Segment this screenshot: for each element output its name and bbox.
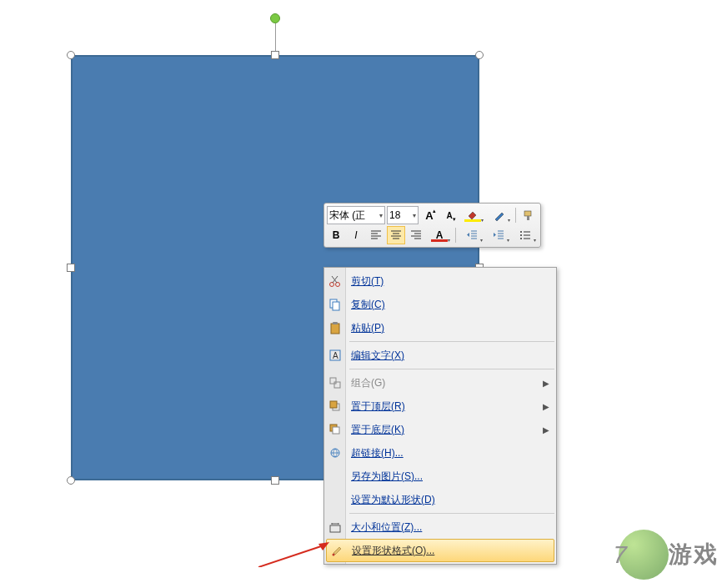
menu-item-label: 组合(G) xyxy=(351,376,385,390)
svg-rect-8 xyxy=(333,302,339,310)
context-menu: 剪切(T)复制(C)粘贴(P)A编辑文字(X)组合(G)▶置于顶层(R)▶置于底… xyxy=(323,267,557,565)
font-select[interactable]: 宋体 (正 ▾ xyxy=(327,206,385,224)
menu-item-cut[interactable]: 剪切(T) xyxy=(324,269,556,293)
bullets-button[interactable]: ▾ xyxy=(513,226,538,244)
edit-text-icon: A xyxy=(328,348,343,363)
menu-separator xyxy=(349,369,554,369)
menu-item-paste[interactable]: 粘贴(P) xyxy=(324,316,556,339)
menu-item-item-11[interactable]: 设置为默认形状(D) xyxy=(324,488,556,511)
watermark-number: 7 xyxy=(613,540,627,569)
size-icon xyxy=(328,520,343,535)
menu-separator xyxy=(349,513,554,514)
menu-item-label: 大小和位置(Z)... xyxy=(351,520,422,535)
chevron-down-icon: ▾ xyxy=(413,212,416,219)
align-right-button[interactable] xyxy=(407,226,425,244)
menu-item-item-10[interactable]: 另存为图片(S)... xyxy=(324,465,556,488)
svg-rect-10 xyxy=(333,322,338,324)
svg-line-22 xyxy=(258,545,323,567)
menu-item-label: 复制(C) xyxy=(351,298,385,312)
chevron-down-icon: ▾ xyxy=(379,212,383,219)
send-back-icon xyxy=(328,422,343,437)
menu-item-hyperlink[interactable]: 超链接(H)... xyxy=(324,441,556,465)
svg-point-2 xyxy=(520,231,522,233)
blank-icon xyxy=(328,492,343,507)
menu-item-label: 剪切(T) xyxy=(351,274,384,289)
pen-icon xyxy=(494,209,505,221)
menu-item-edit-text[interactable]: A编辑文字(X) xyxy=(324,344,556,367)
menu-item-label: 设置为默认形状(D) xyxy=(351,493,435,507)
menu-separator xyxy=(349,341,554,342)
bullets-icon xyxy=(519,229,531,241)
shape-outline-button[interactable]: ▾ xyxy=(487,206,512,224)
font-size: 18 xyxy=(389,209,400,221)
align-right-icon xyxy=(410,229,422,241)
menu-item-label: 另存为图片(S)... xyxy=(351,470,423,484)
mini-toolbar: 宋体 (正 ▾ 18 ▾ A▴ A▾ ▾ ▾ B I xyxy=(323,203,541,248)
resize-handle-tm[interactable] xyxy=(271,51,279,59)
menu-item-label: 设置形状格式(O)... xyxy=(352,544,434,558)
menu-item-label: 粘贴(P) xyxy=(351,321,384,335)
align-left-button[interactable] xyxy=(367,226,385,244)
italic-button[interactable]: I xyxy=(347,226,365,244)
watermark-text: 游戏 xyxy=(669,539,719,570)
submenu-arrow-icon: ▶ xyxy=(543,425,549,435)
menu-item-label: 置于顶层(R) xyxy=(351,400,405,414)
svg-point-21 xyxy=(333,554,335,556)
menu-item-bring-front[interactable]: 置于顶层(R)▶ xyxy=(324,395,556,418)
rotate-handle[interactable] xyxy=(270,13,280,23)
svg-point-4 xyxy=(520,238,522,239)
increase-font-button[interactable]: A▴ xyxy=(420,206,439,224)
menu-item-label: 置于底层(K) xyxy=(351,423,404,437)
brush-icon xyxy=(523,209,534,221)
resize-handle-ml[interactable] xyxy=(67,264,75,272)
bold-button[interactable]: B xyxy=(327,226,345,244)
svg-point-3 xyxy=(520,234,522,236)
svg-rect-0 xyxy=(524,211,531,216)
decrease-indent-button[interactable]: ▾ xyxy=(459,226,484,244)
svg-rect-13 xyxy=(330,378,336,384)
paste-icon xyxy=(328,320,343,335)
menu-item-size[interactable]: 大小和位置(Z)... xyxy=(324,515,556,539)
align-center-button[interactable] xyxy=(387,226,405,244)
font-color-button[interactable]: A▾ xyxy=(427,226,452,244)
blank-icon xyxy=(328,469,343,484)
font-size-select[interactable]: 18 ▾ xyxy=(387,206,419,224)
svg-rect-9 xyxy=(331,324,339,334)
bring-front-icon xyxy=(328,399,343,414)
group-icon xyxy=(328,375,343,390)
format-painter-button[interactable] xyxy=(519,206,538,224)
hyperlink-icon xyxy=(328,445,343,460)
menu-item-format[interactable]: 设置形状格式(O)... xyxy=(326,539,554,562)
menu-item-copy[interactable]: 复制(C) xyxy=(324,293,556,316)
align-center-icon xyxy=(390,229,402,241)
menu-item-send-back[interactable]: 置于底层(K)▶ xyxy=(324,418,556,441)
menu-item-label: 超链接(H)... xyxy=(351,446,404,460)
resize-handle-tl[interactable] xyxy=(67,51,75,59)
resize-handle-bl[interactable] xyxy=(67,476,75,485)
resize-handle-bm[interactable] xyxy=(271,476,279,485)
font-name: 宋体 (正 xyxy=(329,209,365,223)
annotation-arrow xyxy=(258,542,329,567)
decrease-font-button[interactable]: A▾ xyxy=(440,206,459,224)
shape-fill-button[interactable]: ▾ xyxy=(460,206,485,224)
align-left-icon xyxy=(370,229,382,241)
menu-item-label: 编辑文字(X) xyxy=(351,349,404,363)
svg-rect-16 xyxy=(330,401,337,408)
svg-rect-20 xyxy=(330,525,340,532)
format-icon xyxy=(330,543,345,558)
indent-right-icon xyxy=(493,229,504,241)
cut-icon xyxy=(328,274,343,289)
svg-rect-1 xyxy=(527,216,529,220)
submenu-arrow-icon: ▶ xyxy=(543,379,549,388)
menu-item-group: 组合(G)▶ xyxy=(324,371,556,395)
resize-handle-tr[interactable] xyxy=(475,51,484,59)
svg-text:A: A xyxy=(333,351,338,360)
svg-rect-14 xyxy=(334,382,340,388)
submenu-arrow-icon: ▶ xyxy=(543,402,549,411)
svg-point-5 xyxy=(330,283,334,287)
copy-icon xyxy=(328,297,343,312)
indent-left-icon xyxy=(466,229,478,241)
svg-rect-18 xyxy=(333,427,339,434)
watermark-logo: 7 游戏 xyxy=(613,530,719,580)
increase-indent-button[interactable]: ▾ xyxy=(486,226,511,244)
